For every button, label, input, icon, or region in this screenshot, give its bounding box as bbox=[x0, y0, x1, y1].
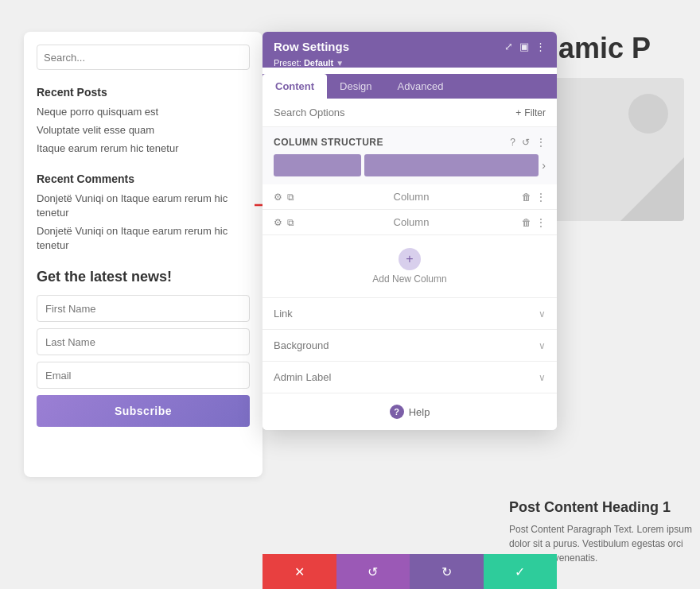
save-icon: ✓ bbox=[515, 564, 525, 579]
modal-title-row: Row Settings ⤢ ▣ ⋮ bbox=[274, 40, 546, 53]
column-row-1-icons: ⚙ ⧉ bbox=[274, 192, 294, 203]
recent-post-1[interactable]: Neque porro quisquam est bbox=[37, 105, 250, 119]
link-accordion-header[interactable]: Link ∨ bbox=[262, 298, 557, 329]
tab-advanced[interactable]: Advanced bbox=[385, 74, 457, 99]
admin-label-accordion-header[interactable]: Admin Label ∨ bbox=[262, 362, 557, 393]
filter-label: Filter bbox=[524, 107, 546, 118]
column-structure-label: Column Structure bbox=[274, 137, 383, 148]
delete-icon-2[interactable]: 🗑 bbox=[522, 217, 531, 228]
newsletter-section: Get the latest news! Subscribe bbox=[37, 269, 250, 427]
column-row-2-icons: ⚙ ⧉ bbox=[274, 217, 294, 228]
recent-post-3[interactable]: Itaque earum rerum hic tenetur bbox=[37, 141, 250, 156]
column-row-2-label: Column bbox=[301, 216, 522, 228]
recent-comment-2[interactable]: Donjetë Vuniqi on Itaque earum rerum hic… bbox=[37, 224, 250, 253]
redo-button[interactable]: ↻ bbox=[410, 554, 484, 589]
row-settings-modal: Row Settings ⤢ ▣ ⋮ Preset: Default ▼ Con… bbox=[262, 32, 557, 430]
filter-button[interactable]: + Filter bbox=[515, 107, 546, 118]
column-row-2-actions: 🗑 ⋮ bbox=[522, 217, 546, 228]
add-column-label: Add New Column bbox=[372, 273, 446, 285]
modal-search-row: + Filter bbox=[262, 99, 557, 127]
tab-design[interactable]: Design bbox=[327, 74, 384, 99]
column-structure-visual: › bbox=[262, 154, 557, 184]
column-bar-arrow[interactable]: › bbox=[542, 159, 546, 172]
admin-label-chevron-icon: ∨ bbox=[539, 372, 546, 383]
modal-split-icon[interactable]: ▣ bbox=[519, 41, 529, 52]
modal-preset: Preset: Default ▼ bbox=[274, 58, 546, 68]
settings-icon-2[interactable]: ⚙ bbox=[274, 217, 282, 228]
add-column-button[interactable]: + bbox=[399, 248, 421, 270]
background-accordion: Background ∨ bbox=[262, 330, 557, 362]
recent-comments-title: Recent Comments bbox=[37, 172, 250, 185]
close-button[interactable]: ✕ bbox=[262, 554, 336, 589]
subscribe-button[interactable]: Subscribe bbox=[37, 395, 250, 427]
background-accordion-header[interactable]: Background ∨ bbox=[262, 330, 557, 361]
recent-comments-section: Recent Comments Donjetë Vuniqi on Itaque… bbox=[37, 172, 250, 254]
modal-more-icon[interactable]: ⋮ bbox=[535, 41, 546, 52]
column-row-1-label: Column bbox=[301, 191, 522, 203]
link-chevron-icon: ∨ bbox=[539, 308, 546, 320]
sidebar-panel: Recent Posts Neque porro quisquam est Vo… bbox=[24, 32, 262, 477]
recent-post-2[interactable]: Voluptate velit esse quam bbox=[37, 123, 250, 138]
redo-icon: ↻ bbox=[441, 564, 452, 579]
settings-icon-1[interactable]: ⚙ bbox=[274, 192, 282, 203]
copy-icon-2[interactable]: ⧉ bbox=[287, 217, 294, 228]
column-structure-section: Column Structure ? ↺ ⋮ bbox=[262, 127, 557, 154]
recent-posts-title: Recent Posts bbox=[37, 86, 250, 99]
newsletter-title: Get the latest news! bbox=[37, 269, 250, 285]
modal-header-icons: ⤢ ▣ ⋮ bbox=[504, 41, 546, 52]
more-options-icon[interactable]: ⋮ bbox=[536, 137, 546, 148]
undo-button[interactable]: ↺ bbox=[336, 554, 410, 589]
column-bar-large[interactable] bbox=[364, 154, 539, 176]
undo-icon: ↺ bbox=[368, 564, 378, 579]
modal-resize-icon[interactable]: ⤢ bbox=[504, 41, 513, 52]
tab-content[interactable]: Content bbox=[262, 74, 327, 99]
background-chevron-icon: ∨ bbox=[539, 340, 546, 351]
placeholder-image bbox=[541, 78, 684, 221]
close-icon: ✕ bbox=[294, 564, 305, 579]
post-content-heading: Post Content Heading 1 bbox=[509, 499, 692, 516]
column-structure-icons: ? ↺ ⋮ bbox=[510, 137, 546, 148]
more-icon-1[interactable]: ⋮ bbox=[536, 192, 546, 203]
help-circle-icon[interactable]: ? bbox=[510, 137, 515, 148]
link-accordion: Link ∨ bbox=[262, 298, 557, 330]
save-button[interactable]: ✓ bbox=[484, 554, 558, 589]
last-name-input[interactable] bbox=[37, 328, 250, 355]
modal-title: Row Settings bbox=[274, 40, 349, 53]
copy-icon-1[interactable]: ⧉ bbox=[287, 192, 294, 203]
first-name-input[interactable] bbox=[37, 295, 250, 322]
column-row-2: ⚙ ⧉ Column 🗑 ⋮ bbox=[262, 210, 557, 235]
recent-comment-1[interactable]: Donjetë Vuniqi on Itaque earum rerum hic… bbox=[37, 192, 250, 220]
sidebar-search-input[interactable] bbox=[37, 45, 250, 70]
delete-icon-1[interactable]: 🗑 bbox=[522, 192, 531, 203]
recent-posts-section: Recent Posts Neque porro quisquam est Vo… bbox=[37, 86, 250, 157]
modal-footer: ✕ ↺ ↻ ✓ bbox=[262, 554, 557, 589]
page-heading-partial: namic P bbox=[541, 32, 700, 65]
help-text: Help bbox=[409, 406, 430, 418]
email-input[interactable] bbox=[37, 362, 250, 389]
more-icon-2[interactable]: ⋮ bbox=[536, 217, 546, 228]
modal-search-input[interactable] bbox=[274, 107, 515, 118]
link-accordion-title: Link bbox=[274, 308, 293, 320]
modal-header: Row Settings ⤢ ▣ ⋮ Preset: Default ▼ bbox=[262, 32, 557, 68]
placeholder-circle bbox=[628, 94, 668, 134]
modal-body: + Filter Column Structure ? ↺ ⋮ › ⚙ ⧉ bbox=[262, 99, 557, 430]
admin-label-accordion-title: Admin Label bbox=[274, 371, 331, 383]
reset-icon[interactable]: ↺ bbox=[522, 137, 530, 148]
help-row: ? Help bbox=[262, 393, 557, 430]
column-row-1: ⚙ ⧉ Column 🗑 ⋮ bbox=[262, 184, 557, 210]
column-row-1-actions: 🗑 ⋮ bbox=[522, 192, 546, 203]
add-column-section: + Add New Column bbox=[262, 235, 557, 298]
background-accordion-title: Background bbox=[274, 339, 329, 351]
right-content-area: namic P bbox=[541, 32, 700, 221]
modal-tabs: Content Design Advanced bbox=[262, 74, 557, 99]
admin-label-accordion: Admin Label ∨ bbox=[262, 362, 557, 393]
filter-plus-icon: + bbox=[515, 107, 521, 118]
help-icon[interactable]: ? bbox=[390, 405, 404, 419]
column-bar-small[interactable] bbox=[274, 154, 361, 176]
